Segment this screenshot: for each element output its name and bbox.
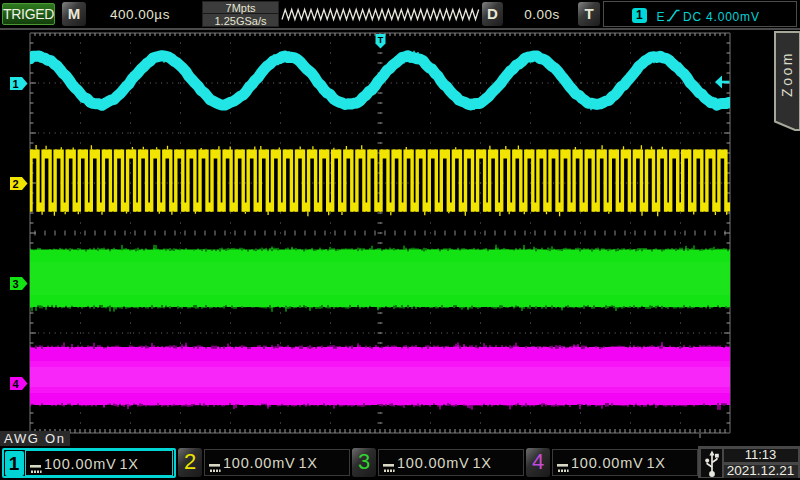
svg-text:4: 4 bbox=[12, 378, 19, 390]
svg-text:3: 3 bbox=[12, 278, 18, 290]
svg-text:1: 1 bbox=[12, 78, 18, 90]
svg-text:2: 2 bbox=[12, 178, 18, 190]
svg-text:T: T bbox=[378, 35, 384, 45]
